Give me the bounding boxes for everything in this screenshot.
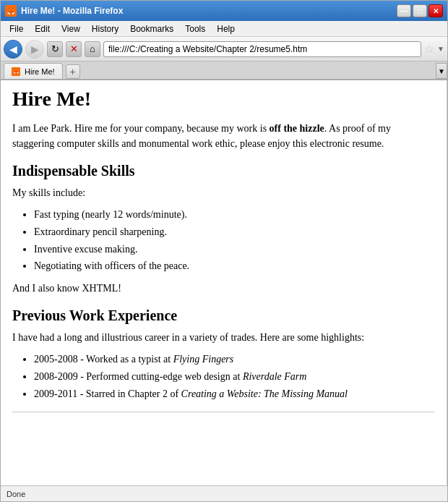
- experience-list: 2005-2008 - Worked as a typist at Flying…: [34, 351, 435, 402]
- exp-item-1-start: 2008-2009 - Performed cutting-edge web d…: [34, 371, 243, 382]
- status-bar: Done: [1, 485, 447, 501]
- window-title: Hire Me! - Mozilla Firefox: [21, 6, 123, 16]
- menu-history[interactable]: History: [86, 22, 124, 35]
- list-item: 2009-2011 - Starred in Chapter 2 of Crea…: [34, 386, 435, 403]
- menu-bar: File Edit View History Bookmarks Tools H…: [1, 21, 447, 37]
- firefox-icon: 🦊: [5, 5, 17, 17]
- back-button[interactable]: ◀: [4, 40, 22, 59]
- tab-favicon-icon: 🦊: [12, 67, 20, 76]
- menu-edit[interactable]: Edit: [29, 22, 56, 35]
- address-bar-wrap: ☆ ▼: [103, 41, 444, 57]
- skills-outro: And I also know XHTML!: [12, 281, 435, 296]
- menu-tools[interactable]: Tools: [179, 22, 211, 35]
- browser-window: 🦊 Hire Me! - Mozilla Firefox — □ ✕ File …: [0, 0, 448, 502]
- intro-text-start: I am Lee Park. Hire me for your company,…: [12, 123, 270, 134]
- title-bar-left: 🦊 Hire Me! - Mozilla Firefox: [5, 5, 123, 17]
- new-tab-button[interactable]: +: [66, 64, 80, 79]
- list-item: Negotiating with officers of the peace.: [34, 258, 435, 275]
- home-button[interactable]: ⌂: [85, 41, 100, 57]
- list-item: 2005-2008 - Worked as a typist at Flying…: [34, 351, 435, 368]
- address-dropdown-icon[interactable]: ▼: [437, 45, 444, 53]
- list-item: 2008-2009 - Performed cutting-edge web d…: [34, 368, 435, 386]
- experience-heading: Previous Work Experience: [12, 307, 435, 324]
- stop-button[interactable]: ✕: [66, 41, 82, 57]
- list-item: Inventive excuse making.: [34, 241, 435, 258]
- skills-list: Fast typing (nearly 12 words/minute). Ex…: [34, 206, 435, 275]
- exp-item-2-italic: Creating a Website: The Missing Manual: [181, 388, 348, 399]
- menu-file[interactable]: File: [4, 22, 29, 35]
- list-item: Fast typing (nearly 12 words/minute).: [34, 206, 435, 224]
- exp-item-0-italic: Flying Fingers: [173, 354, 234, 365]
- exp-item-1-italic: Riverdale Farm: [243, 371, 307, 382]
- minimize-button[interactable]: —: [397, 4, 411, 17]
- intro-bold: off the hizzle: [270, 123, 324, 134]
- page-divider: [12, 412, 435, 412]
- skills-heading: Indispensable Skills: [12, 163, 435, 179]
- menu-view[interactable]: View: [56, 22, 86, 35]
- experience-intro: I have had a long and illustrious career…: [12, 330, 435, 345]
- page-title: Hire Me!: [12, 88, 435, 111]
- menu-bookmarks[interactable]: Bookmarks: [124, 22, 179, 35]
- tab-hire-me[interactable]: 🦊 Hire Me!: [4, 63, 63, 79]
- title-bar: 🦊 Hire Me! - Mozilla Firefox — □ ✕: [1, 1, 447, 21]
- tab-bar: 🦊 Hire Me! + ▼: [1, 61, 447, 80]
- status-text: Done: [7, 490, 25, 498]
- exp-item-2-start: 2009-2011 - Starred in Chapter 2 of: [34, 388, 181, 399]
- content-area: Hire Me! I am Lee Park. Hire me for your…: [1, 80, 447, 485]
- close-button[interactable]: ✕: [428, 4, 443, 17]
- tab-scroll-button[interactable]: ▼: [436, 63, 447, 79]
- address-bar[interactable]: [103, 41, 421, 57]
- bookmark-star-icon[interactable]: ☆: [424, 42, 434, 56]
- list-item: Extraordinary pencil sharpening.: [34, 224, 435, 241]
- tab-label: Hire Me!: [25, 67, 55, 76]
- exp-item-0-start: 2005-2008 - Worked as a typist at: [34, 354, 173, 365]
- title-bar-controls: — □ ✕: [397, 4, 443, 17]
- intro-paragraph: I am Lee Park. Hire me for your company,…: [12, 121, 435, 151]
- nav-bar: ◀ ▶ ↻ ✕ ⌂ ☆ ▼: [1, 37, 447, 61]
- forward-button[interactable]: ▶: [25, 40, 44, 59]
- menu-help[interactable]: Help: [211, 22, 241, 35]
- reload-button[interactable]: ↻: [47, 41, 63, 57]
- maximize-button[interactable]: □: [413, 4, 427, 17]
- skills-intro: My skills include:: [12, 185, 435, 200]
